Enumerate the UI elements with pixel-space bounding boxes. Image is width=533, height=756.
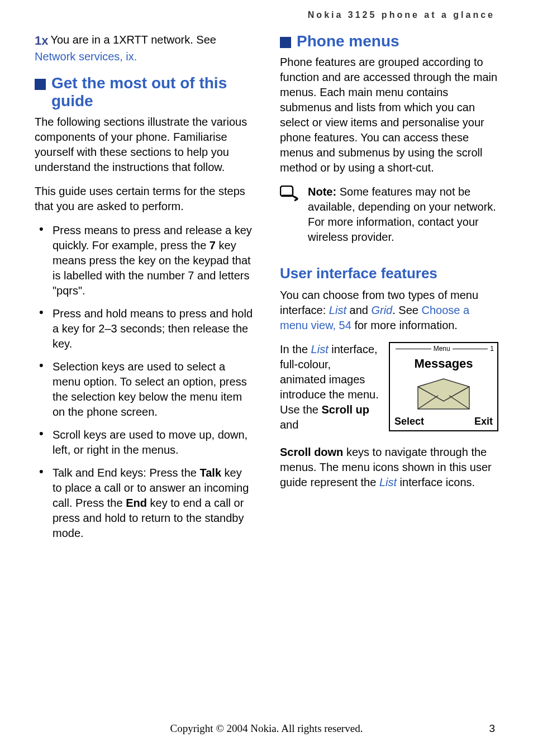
figure-select-key: Select xyxy=(394,415,424,428)
section-bullet-icon xyxy=(35,79,46,90)
page-header: Nokia 3125 phone at a glance xyxy=(35,10,498,20)
list-item: Scroll keys are used to move up, down, l… xyxy=(53,427,253,458)
figure-index: 1 xyxy=(490,344,494,353)
list-item: Talk and End keys: Press the Talk key to… xyxy=(53,465,253,541)
guide-intro-paragraph: The following sections illustrate the va… xyxy=(35,115,253,175)
phone-screen-figure: Menu 1 Messages Select Exit xyxy=(389,342,498,431)
left-column: 1xYou are in a 1XRTT network. See Networ… xyxy=(35,32,253,549)
ui-list-description-cont: Scroll down keys to navigate through the… xyxy=(280,445,498,490)
network-services-link[interactable]: Network services, ix. xyxy=(35,50,137,63)
list-item: Press and hold means to press and hold a… xyxy=(53,306,253,351)
svg-rect-0 xyxy=(280,186,293,196)
ui-features-paragraph: You can choose from two types of menu in… xyxy=(280,288,498,333)
figure-softkeys: Select Exit xyxy=(390,413,497,430)
figure-title: Messages xyxy=(390,354,497,374)
section-title-phone-menus: Phone menus xyxy=(297,32,399,50)
network-1x-icon: 1x xyxy=(35,32,48,49)
section-heading-phone-menus: Phone menus xyxy=(280,32,498,50)
phone-menus-paragraph: Phone features are grouped according to … xyxy=(280,55,498,175)
list-item: Selection keys are used to select a menu… xyxy=(53,359,253,420)
note-icon xyxy=(280,186,299,201)
section-title-guide: Get the most out of this guide xyxy=(51,74,253,110)
page-footer: Copyright © 2004 Nokia. All rights reser… xyxy=(0,722,533,735)
copyright-text: Copyright © 2004 Nokia. All rights reser… xyxy=(170,722,363,734)
note-block: Note: Some features may not be available… xyxy=(280,184,498,254)
page: Nokia 3125 phone at a glance 1xYou are i… xyxy=(0,0,533,756)
guide-terms-paragraph: This guide uses certain terms for the st… xyxy=(35,184,253,214)
section-heading-ui-features: User interface features xyxy=(280,264,498,283)
note-text: Note: Some features may not be available… xyxy=(308,184,498,245)
terms-list: Press means to press and release a key q… xyxy=(35,223,253,541)
content-columns: 1xYou are in a 1XRTT network. See Networ… xyxy=(35,32,498,549)
ui-list-description: In the List interface, full-colour, anim… xyxy=(280,342,379,432)
network-text: You are in a 1XRTT network. See xyxy=(50,34,216,46)
envelope-icon xyxy=(390,374,497,413)
section-bullet-icon xyxy=(280,37,291,48)
list-item: Press means to press and release a key q… xyxy=(53,223,253,298)
right-column: Phone menus Phone features are grouped a… xyxy=(280,32,498,549)
section-heading-guide: Get the most out of this guide xyxy=(35,74,253,110)
figure-titlebar: Menu 1 xyxy=(390,343,497,354)
network-paragraph: 1xYou are in a 1XRTT network. See Networ… xyxy=(35,32,253,64)
figure-menu-label: Menu xyxy=(434,344,450,353)
page-number: 3 xyxy=(489,722,495,735)
figure-exit-key: Exit xyxy=(474,415,493,428)
ui-figure-row: In the List interface, full-colour, anim… xyxy=(280,342,498,441)
svg-marker-1 xyxy=(418,379,469,409)
